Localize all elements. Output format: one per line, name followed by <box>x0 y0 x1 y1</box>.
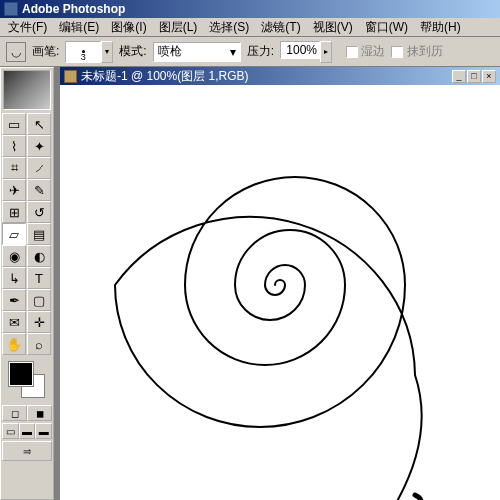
document-icon <box>64 70 77 83</box>
lasso-tool[interactable]: ⌇ <box>2 135 26 157</box>
minimize-button[interactable]: _ <box>452 70 466 83</box>
menu-view[interactable]: 视图(V) <box>307 17 359 38</box>
move-tool[interactable]: ↖ <box>27 113 51 135</box>
menu-select[interactable]: 选择(S) <box>203 17 255 38</box>
wand-tool[interactable]: ✦ <box>27 135 51 157</box>
hand-tool[interactable]: ✋ <box>2 333 26 355</box>
path-tool[interactable]: ↳ <box>2 267 26 289</box>
erase-history-checkbox[interactable] <box>391 46 403 58</box>
pressure-dropdown-icon[interactable]: ▸ <box>320 41 332 63</box>
stamp-tool[interactable]: ⊞ <box>2 201 26 223</box>
quickmask-on-button[interactable]: ◼ <box>27 405 52 421</box>
app-titlebar: Adobe Photoshop <box>0 0 500 18</box>
menu-layer[interactable]: 图层(L) <box>153 17 204 38</box>
menu-image[interactable]: 图像(I) <box>105 17 152 38</box>
quickmask-off-button[interactable]: ◻ <box>2 405 27 421</box>
current-tool-icon[interactable]: ◡ <box>6 42 26 62</box>
marquee-tool[interactable]: ▭ <box>2 113 26 135</box>
menubar: 文件(F) 编辑(E) 图像(I) 图层(L) 选择(S) 滤镜(T) 视图(V… <box>0 18 500 37</box>
document-window: 未标题-1 @ 100%(图层 1,RGB) _ □ × <box>60 67 500 500</box>
menu-filter[interactable]: 滤镜(T) <box>255 17 306 38</box>
menu-file[interactable]: 文件(F) <box>2 17 53 38</box>
pressure-input[interactable]: 100% <box>280 41 320 59</box>
brush-label: 画笔: <box>32 43 59 60</box>
foreground-color-swatch[interactable] <box>9 362 33 386</box>
tool-grid: ▭ ↖ ⌇ ✦ ⌗ ⟋ ✈ ✎ ⊞ ↺ ▱ ▤ ◉ ◐ ↳ T ✒ ▢ ✉ ✛ … <box>1 112 53 356</box>
brush-dropdown-icon[interactable]: ▾ <box>101 41 113 63</box>
maximize-button[interactable]: □ <box>467 70 481 83</box>
notes-tool[interactable]: ✉ <box>2 311 26 333</box>
wet-edges-label: 湿边 <box>361 44 385 58</box>
pressure-label: 压力: <box>247 43 274 60</box>
toolbox: ▭ ↖ ⌇ ✦ ⌗ ⟋ ✈ ✎ ⊞ ↺ ▱ ▤ ◉ ◐ ↳ T ✒ ▢ ✉ ✛ … <box>0 67 54 500</box>
app-title: Adobe Photoshop <box>22 2 125 16</box>
workspace: ▭ ↖ ⌇ ✦ ⌗ ⟋ ✈ ✎ ⊞ ↺ ▱ ▤ ◉ ◐ ↳ T ✒ ▢ ✉ ✛ … <box>0 67 500 500</box>
eraser-tool[interactable]: ▱ <box>2 223 26 245</box>
mode-label: 模式: <box>119 43 146 60</box>
options-bar: ◡ 画笔: 3 ▾ 模式: 喷枪 ▾ 压力: 100% ▸ 湿边 抹到历 <box>0 37 500 67</box>
brush-size-value: 3 <box>81 52 86 62</box>
screen-full-button[interactable]: ▬ <box>35 423 52 439</box>
airbrush-tool[interactable]: ✈ <box>2 179 26 201</box>
jump-to-button[interactable]: ⥤ <box>2 441 52 461</box>
eyedropper-tool[interactable]: ✛ <box>27 311 51 333</box>
dodge-tool[interactable]: ◐ <box>27 245 51 267</box>
color-swatches <box>5 360 49 400</box>
screen-full-menu-button[interactable]: ▬ <box>19 423 36 439</box>
brush-preview[interactable]: 3 <box>65 41 101 63</box>
brush-tool[interactable]: ✎ <box>27 179 51 201</box>
erase-history-label: 抹到历 <box>407 44 443 58</box>
menu-window[interactable]: 窗口(W) <box>359 17 414 38</box>
document-titlebar[interactable]: 未标题-1 @ 100%(图层 1,RGB) _ □ × <box>60 67 500 85</box>
document-title: 未标题-1 @ 100%(图层 1,RGB) <box>81 68 249 85</box>
chevron-down-icon: ▾ <box>230 45 236 59</box>
history-brush-tool[interactable]: ↺ <box>27 201 51 223</box>
screen-standard-button[interactable]: ▭ <box>2 423 19 439</box>
slice-tool[interactable]: ⟋ <box>27 157 51 179</box>
wet-edges-checkbox[interactable] <box>346 46 358 58</box>
mode-value: 喷枪 <box>158 43 182 60</box>
gradient-tool[interactable]: ▤ <box>27 223 51 245</box>
menu-edit[interactable]: 编辑(E) <box>53 17 105 38</box>
spiral-drawing <box>60 85 500 500</box>
zoom-tool[interactable]: ⌕ <box>27 333 51 355</box>
pen-tool[interactable]: ✒ <box>2 289 26 311</box>
canvas[interactable] <box>60 85 500 500</box>
crop-tool[interactable]: ⌗ <box>2 157 26 179</box>
mode-select[interactable]: 喷枪 ▾ <box>153 42 241 62</box>
type-tool[interactable]: T <box>27 267 51 289</box>
app-icon <box>4 2 18 16</box>
menu-help[interactable]: 帮助(H) <box>414 17 467 38</box>
toolbox-header-icon <box>3 70 51 110</box>
blur-tool[interactable]: ◉ <box>2 245 26 267</box>
shape-tool[interactable]: ▢ <box>27 289 51 311</box>
close-button[interactable]: × <box>482 70 496 83</box>
